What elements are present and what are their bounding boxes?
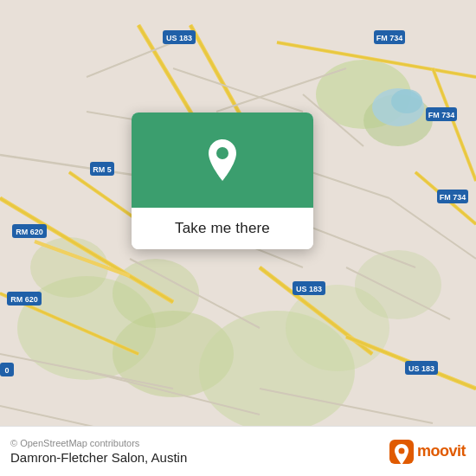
svg-text:US 183: US 183 [296, 285, 322, 293]
svg-point-69 [216, 147, 228, 159]
svg-text:US 183: US 183 [166, 34, 192, 42]
svg-text:FM 734: FM 734 [440, 193, 466, 202]
svg-text:RM 620: RM 620 [16, 228, 43, 236]
svg-point-7 [30, 237, 108, 298]
osm-attribution: © OpenStreetMap contributors [10, 438, 187, 448]
action-card: Take me there [132, 113, 313, 249]
svg-text:FM 734: FM 734 [376, 34, 403, 42]
map-container: US 183 FM 734 FM 734 FM 734 RM 5 RM 620 … [0, 0, 476, 476]
svg-text:RM 5: RM 5 [93, 165, 112, 174]
svg-point-71 [398, 447, 404, 453]
moovit-icon [389, 440, 414, 464]
svg-text:RM 620: RM 620 [10, 295, 38, 304]
take-me-there-button[interactable]: Take me there [132, 208, 313, 249]
moovit-logo: moovit [389, 440, 466, 464]
svg-point-11 [391, 89, 422, 113]
bottom-left-info: © OpenStreetMap contributors Damron-Flet… [10, 438, 187, 465]
svg-text:FM 734: FM 734 [428, 111, 455, 119]
location-label: Damron-Fletcher Salon, Austin [10, 450, 187, 465]
location-pin-icon [203, 138, 241, 183]
bottom-bar: © OpenStreetMap contributors Damron-Flet… [0, 426, 476, 476]
moovit-label: moovit [417, 442, 466, 460]
card-map-area [132, 113, 313, 208]
svg-text:0: 0 [4, 366, 9, 375]
svg-text:US 183: US 183 [408, 364, 434, 373]
